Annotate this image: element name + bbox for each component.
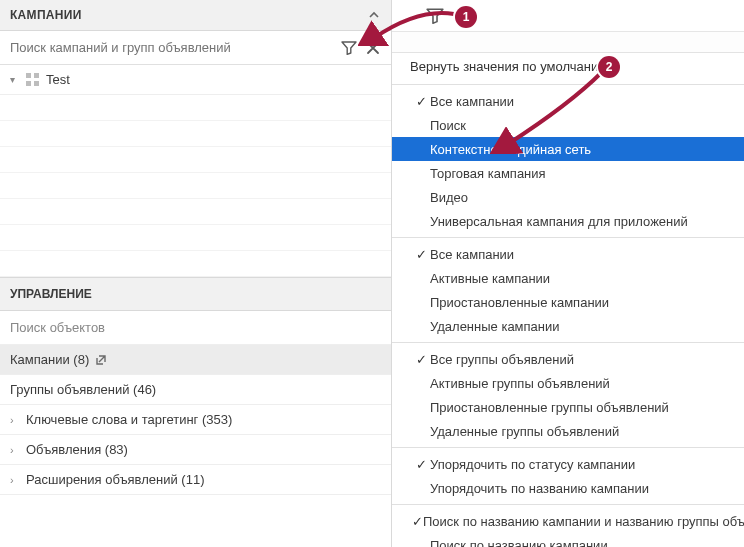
menu-search-by-campaign[interactable]: Поиск по названию кампании <box>392 533 744 547</box>
menu-group3-head[interactable]: ✓ Все группы объявлений <box>392 347 744 371</box>
menu-label: Видео <box>430 190 468 205</box>
mgmt-item-label: Расширения объявлений (11) <box>26 472 204 487</box>
divider <box>392 447 744 448</box>
divider <box>392 504 744 505</box>
menu-item-display-network[interactable]: Контекстно-медийная сеть <box>392 137 744 161</box>
mgmt-item-extensions[interactable]: › Расширения объявлений (11) <box>0 465 391 495</box>
mgmt-item-label: Объявления (83) <box>26 442 128 457</box>
mgmt-item-ads[interactable]: › Объявления (83) <box>0 435 391 465</box>
campaign-search-row <box>0 31 391 65</box>
campaign-search-input[interactable] <box>10 40 337 55</box>
mgmt-item-label: Группы объявлений (46) <box>10 382 156 397</box>
menu-item-search[interactable]: Поиск <box>392 113 744 137</box>
mgmt-item-label: Ключевые слова и таргетинг (353) <box>26 412 232 427</box>
chevron-right-icon: › <box>10 414 20 426</box>
menu-item-removed-campaigns[interactable]: Удаленные кампании <box>392 314 744 338</box>
menu-item-uac[interactable]: Универсальная кампания для приложений <box>392 209 744 233</box>
mgmt-item-keywords[interactable]: › Ключевые слова и таргетинг (353) <box>0 405 391 435</box>
menu-label: Все кампании <box>430 247 514 262</box>
menu-label: Торговая кампания <box>430 166 546 181</box>
menu-label: Все группы объявлений <box>430 352 574 367</box>
filter-icon[interactable] <box>337 36 361 60</box>
menu-label: Все кампании <box>430 94 514 109</box>
menu-item-active-adgroups[interactable]: Активные группы объявлений <box>392 371 744 395</box>
divider <box>392 84 744 85</box>
divider <box>392 237 744 238</box>
content-pane: Вернуть значения по умолчанию ✓ Все камп… <box>392 0 744 547</box>
grid-icon <box>26 73 40 87</box>
external-link-icon[interactable] <box>95 354 107 366</box>
sidebar: КАМПАНИИ ▾ Test УПРАВЛЕНИЕ Поиск <box>0 0 392 547</box>
menu-label: Активные группы объявлений <box>430 376 610 391</box>
menu-reset[interactable]: Вернуть значения по умолчанию <box>392 53 744 80</box>
callout-badge-2: 2 <box>598 56 620 78</box>
empty-tree-area <box>0 95 391 277</box>
chevron-right-icon: › <box>10 444 20 456</box>
menu-label: Активные кампании <box>430 271 550 286</box>
menu-item-paused-adgroups[interactable]: Приостановленные группы объявлений <box>392 395 744 419</box>
menu-item-removed-adgroups[interactable]: Удаленные группы объявлений <box>392 419 744 443</box>
mgmt-item-campaigns[interactable]: Кампании (8) <box>0 345 391 375</box>
menu-label: Удаленные кампании <box>430 319 560 334</box>
clear-search-icon[interactable] <box>361 36 385 60</box>
management-header: УПРАВЛЕНИЕ <box>0 277 391 311</box>
menu-search-both[interactable]: ✓ Поиск по названию кампании и названию … <box>392 509 744 533</box>
filter-dropdown-menu: Вернуть значения по умолчанию ✓ Все камп… <box>392 52 744 547</box>
tree-item-label: Test <box>46 72 70 87</box>
divider <box>392 342 744 343</box>
check-icon: ✓ <box>412 352 430 367</box>
menu-label: Универсальная кампания для приложений <box>430 214 688 229</box>
menu-label: Удаленные группы объявлений <box>430 424 619 439</box>
menu-item-paused-campaigns[interactable]: Приостановленные кампании <box>392 290 744 314</box>
callout-label: 1 <box>463 10 470 24</box>
menu-group2-head[interactable]: ✓ Все кампании <box>392 242 744 266</box>
menu-label: Упорядочить по названию кампании <box>430 481 649 496</box>
mgmt-item-label: Кампании (8) <box>10 352 89 367</box>
management-header-label: УПРАВЛЕНИЕ <box>10 287 92 301</box>
callout-label: 2 <box>606 60 613 74</box>
filter-dropdown-icon[interactable] <box>426 7 444 25</box>
menu-label: Поиск по названию кампании <box>430 538 608 548</box>
menu-label: Поиск по названию кампании и названию гр… <box>423 514 744 529</box>
management-search[interactable]: Поиск объектов <box>0 311 391 345</box>
menu-label: Приостановленные группы объявлений <box>430 400 669 415</box>
chevron-down-icon[interactable]: ▾ <box>10 74 20 85</box>
menu-item-shopping[interactable]: Торговая кампания <box>392 161 744 185</box>
check-icon: ✓ <box>412 514 423 529</box>
menu-reset-label: Вернуть значения по умолчанию <box>410 59 608 74</box>
menu-sort-by-name[interactable]: Упорядочить по названию кампании <box>392 476 744 500</box>
menu-item-active-campaigns[interactable]: Активные кампании <box>392 266 744 290</box>
campaigns-header: КАМПАНИИ <box>0 0 391 31</box>
check-icon: ✓ <box>412 94 430 109</box>
menu-label: Контекстно-медийная сеть <box>430 142 591 157</box>
menu-group1-head[interactable]: ✓ Все кампании <box>392 89 744 113</box>
check-icon: ✓ <box>412 457 430 472</box>
mgmt-item-adgroups[interactable]: Группы объявлений (46) <box>0 375 391 405</box>
menu-item-video[interactable]: Видео <box>392 185 744 209</box>
callout-badge-1: 1 <box>455 6 477 28</box>
menu-label: Упорядочить по статусу кампании <box>430 457 635 472</box>
check-icon: ✓ <box>412 247 430 262</box>
tree-item-test[interactable]: ▾ Test <box>0 65 391 95</box>
toolbar <box>392 0 744 32</box>
management-search-placeholder: Поиск объектов <box>10 320 105 335</box>
chevron-up-icon[interactable] <box>367 8 381 22</box>
menu-label: Приостановленные кампании <box>430 295 609 310</box>
chevron-right-icon: › <box>10 474 20 486</box>
menu-label: Поиск <box>430 118 466 133</box>
menu-sort-by-status[interactable]: ✓ Упорядочить по статусу кампании <box>392 452 744 476</box>
campaigns-header-label: КАМПАНИИ <box>10 8 82 22</box>
